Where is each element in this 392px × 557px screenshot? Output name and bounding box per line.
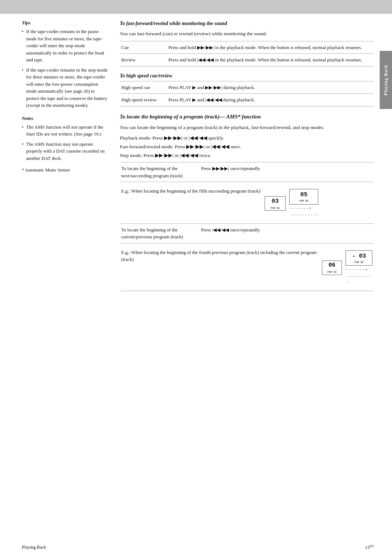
footer-playing-back: Playing Back xyxy=(22,545,46,550)
high-speed-review-desc: Press PLAY ▶ and |◀◀/◀◀ during playback. xyxy=(167,94,374,106)
ams-desc3: Fast-forward/rewind mode: Press ▶▶/▶▶| o… xyxy=(120,143,374,151)
ams-desc4: Stop mode: Press ▶▶/▶▶| or |◀◀/◀◀ twice. xyxy=(120,152,374,160)
cue-review-table: Cue Press and hold ▶▶/▶▶| in the playbac… xyxy=(120,41,374,66)
cue-label: Cue xyxy=(120,41,167,54)
eg2-display1: 06 PGM NO xyxy=(322,261,342,275)
table-row-cue: Cue Press and hold ▶▶/▶▶| in the playbac… xyxy=(120,41,374,54)
cue-desc: Press and hold ▶▶/▶▶| in the playback mo… xyxy=(167,41,374,54)
table-row-high-review: High speed review Press PLAY ▶ and |◀◀/◀… xyxy=(120,94,374,106)
high-speed-cue-label: High speed cue xyxy=(120,81,167,94)
page-footer: Playing Back 13EN xyxy=(22,544,374,550)
eg1-diagram: 03 PGM NO 05 PGM NO -------↗ xyxy=(265,189,318,218)
eg1-text: E.g.: When locating the beginning of the… xyxy=(121,187,260,195)
high-speed-cue-desc: Press PLAY ▶ and ▶▶/▶▶| during playback. xyxy=(167,81,374,94)
eg2-text: E.g.: When locating the beginning of the… xyxy=(121,249,318,263)
eg1-display2-val: 05 xyxy=(301,190,307,199)
table-row-eg1: E.g.: When locating the beginning of the… xyxy=(120,182,374,224)
ams-heading: To locate the beginning of a program (tr… xyxy=(120,113,374,121)
eg1-cell: E.g.: When locating the beginning of the… xyxy=(120,182,374,224)
high-speed-table: High speed cue Press PLAY ▶ and ▶▶/▶▶| d… xyxy=(120,81,374,106)
fast-forward-heading: To fast-forward/rewind while monitoring … xyxy=(120,20,374,27)
ams-desc2: Playback mode: Press ▶▶/▶▶| or |◀◀/◀◀ qu… xyxy=(120,134,374,142)
table-row-eg2: E.g.: When locating the beginning of the… xyxy=(120,243,374,291)
side-tab-playing-back: Playing Back xyxy=(380,51,392,109)
note-item-1: The AMS function will not operate if the… xyxy=(22,124,109,138)
side-tab-label: Playing Back xyxy=(383,64,389,95)
prev-track-label: To locate the beginning of the current/p… xyxy=(120,223,200,243)
two-column-layout: Tips If the tape-corder remains in the p… xyxy=(22,20,374,291)
ams-locate-table: To locate the beginning of the next/succ… xyxy=(120,162,374,291)
eg2-arrow-area: - 03 PGM NO -------↘ ---------- xyxy=(346,250,372,285)
high-speed-heading: To high speed cue/review xyxy=(120,73,374,79)
next-track-desc: Press ▶▶/▶▶| once/repeatedly xyxy=(200,162,374,182)
top-bar xyxy=(0,0,392,14)
table-row-review: Review Press and hold |◀◀/◀◀ in the play… xyxy=(120,54,374,66)
eg2-diagram: 06 PGM NO - 03 PGM NO -------↘ xyxy=(322,250,372,285)
next-track-label: To locate the beginning of the next/succ… xyxy=(120,162,200,182)
notes-list: The AMS function will not operate if the… xyxy=(22,124,109,162)
fast-forward-desc: You can fast-forward (cue) or rewind (re… xyxy=(120,30,374,37)
footer-en-super: EN xyxy=(369,544,374,548)
note-item-2: The AMS function may not operate properl… xyxy=(22,141,109,162)
footer-page-number: 13EN xyxy=(365,544,374,550)
notes-heading: Notes xyxy=(22,116,109,121)
ams-desc1: You can locate the beginning of a progra… xyxy=(120,124,374,132)
table-row-prev-track: To locate the beginning of the current/p… xyxy=(120,223,374,243)
eg2-cell: E.g.: When locating the beginning of the… xyxy=(120,243,374,291)
page-content: Tips If the tape-corder remains in the p… xyxy=(22,20,374,542)
table-row-high-cue: High speed cue Press PLAY ▶ and ▶▶/▶▶| d… xyxy=(120,81,374,94)
right-column: To fast-forward/rewind while monitoring … xyxy=(120,20,374,291)
tips-heading: Tips xyxy=(22,20,109,26)
tips-list: If the tape-corder remains in the pause … xyxy=(22,28,109,109)
eg1-arrow-area: 05 PGM NO -------↗ ---------- xyxy=(289,189,318,218)
left-column: Tips If the tape-corder remains in the p… xyxy=(22,20,109,291)
tip-item-2: If the tape-corder remains in the stop m… xyxy=(22,66,109,109)
review-label: Review xyxy=(120,54,167,66)
eg2-display2-val: - 03 xyxy=(352,252,366,261)
footnote: * Automatic Music Sensor xyxy=(22,167,109,174)
eg1-block: E.g.: When locating the beginning of the… xyxy=(121,185,372,221)
high-speed-review-label: High speed review xyxy=(120,94,167,106)
table-row-next-track: To locate the beginning of the next/succ… xyxy=(120,162,374,182)
eg1-display1: 03 PGM NO xyxy=(265,196,286,211)
prev-track-desc: Press |◀◀/◀◀ once/repeatedly xyxy=(200,223,374,243)
eg2-block: E.g.: When locating the beginning of the… xyxy=(121,246,372,288)
tip-item-1: If the tape-corder remains in the pause … xyxy=(22,28,109,64)
review-desc: Press and hold |◀◀/◀◀ in the playback mo… xyxy=(167,54,374,66)
